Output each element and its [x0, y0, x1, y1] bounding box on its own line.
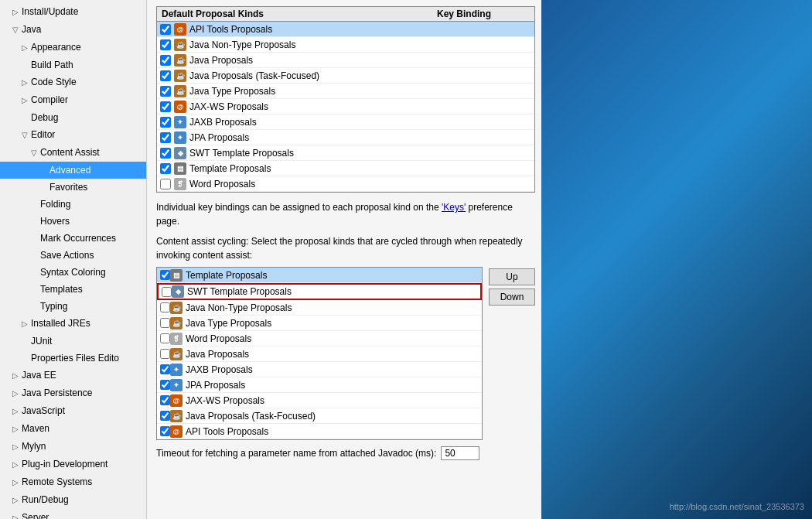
arrow-icon: ▷	[12, 511, 22, 519]
cycling-checkbox[interactable]	[160, 318, 170, 328]
cycling-checkbox[interactable]	[160, 302, 170, 312]
sidebar-item-maven[interactable]: ▷Maven	[0, 420, 146, 438]
cycling-label: JAXB Proposals	[186, 364, 253, 375]
sidebar-item-mark-occurrences[interactable]: Mark Occurrences	[0, 230, 146, 247]
proposal-label: JPA Proposals	[189, 132, 249, 143]
arrow-icon: ▷	[12, 405, 22, 418]
template-icon: ▤	[174, 162, 186, 175]
proposal-label: Java Type Proposals	[189, 86, 275, 97]
proposal-checkbox[interactable]	[160, 70, 171, 81]
arrow-icon: ▽	[12, 23, 22, 37]
timeout-row: Timeout for fetching a parameter name fr…	[156, 446, 532, 460]
sidebar-item-debug[interactable]: Debug	[0, 109, 146, 126]
cycling-row[interactable]: ◈ SWT Template Proposals	[157, 283, 482, 300]
proposal-label: Word Proposals	[189, 179, 255, 190]
sidebar-item-folding[interactable]: Folding	[0, 196, 146, 213]
table-row[interactable]: ◈ SWT Template Proposals	[157, 145, 534, 161]
cycling-row[interactable]: ☕ Java Proposals	[157, 347, 482, 362]
table-row[interactable]: ☕ Java Proposals	[157, 53, 534, 68]
sidebar-item-content-assist[interactable]: ▽Content Assist	[0, 144, 146, 162]
sidebar-item-java[interactable]: ▽Java	[0, 21, 146, 39]
proposal-checkbox[interactable]	[160, 148, 171, 159]
cycling-row[interactable]: ☕ Java Type Proposals	[157, 316, 482, 331]
table-row[interactable]: ✦ JAXB Proposals	[157, 114, 534, 130]
cycling-checkbox[interactable]	[160, 364, 170, 374]
cycling-row[interactable]: @ JAX-WS Proposals	[157, 393, 482, 408]
sidebar-item-syntax-coloring[interactable]: Syntax Coloring	[0, 264, 146, 281]
cycling-buttons: Up Down	[489, 267, 535, 440]
cycling-checkbox[interactable]	[160, 333, 170, 343]
jpa-icon: ✦	[170, 379, 183, 391]
proposal-checkbox[interactable]	[160, 101, 171, 112]
arrow-icon: ▷	[12, 440, 22, 454]
table-row[interactable]: ▤ Template Proposals	[157, 161, 534, 176]
cycling-row[interactable]: ▤ Template Proposals	[157, 268, 482, 283]
table-row[interactable]: ☕ Java Non-Type Proposals	[157, 37, 534, 53]
cycling-label: Content assist cycling: Select the propo…	[156, 234, 532, 262]
down-button[interactable]: Down	[489, 289, 535, 306]
cycling-checkbox[interactable]	[160, 380, 170, 390]
up-button[interactable]: Up	[489, 268, 535, 285]
cycling-row[interactable]: ❡ Word Proposals	[157, 331, 482, 347]
info-text-line1: Individual key bindings can be assigned …	[156, 202, 442, 213]
sidebar-item-install-update[interactable]: ▷Install/Update	[0, 3, 146, 21]
cycling-row[interactable]: @ API Tools Proposals	[157, 424, 482, 439]
cycling-row[interactable]: ☕ Java Non-Type Proposals	[157, 300, 482, 316]
cycling-row[interactable]: ✦ JAXB Proposals	[157, 362, 482, 377]
sidebar-item-code-style[interactable]: ▷Code Style	[0, 73, 146, 91]
table-row[interactable]: ❡ Word Proposals	[157, 176, 534, 192]
cycling-checkbox[interactable]	[160, 349, 170, 359]
proposal-label: Java Proposals	[189, 55, 253, 66]
keys-link[interactable]: 'Keys'	[442, 202, 466, 213]
sidebar-item-plug-in-development[interactable]: ▷Plug-in Development	[0, 456, 146, 473]
sidebar-item-mylyn[interactable]: ▷Mylyn	[0, 438, 146, 456]
cycling-checkbox[interactable]	[160, 411, 170, 421]
cycling-section: Content assist cycling: Select the propo…	[156, 234, 532, 440]
sidebar-item-compiler[interactable]: ▷Compiler	[0, 91, 146, 109]
cycling-checkbox[interactable]	[160, 395, 170, 405]
table-header: Default Proposal Kinds Key Binding	[157, 7, 534, 22]
sidebar-item-typing[interactable]: Typing	[0, 298, 146, 315]
sidebar-item-templates[interactable]: Templates	[0, 281, 146, 298]
cycling-row[interactable]: ✦ JPA Proposals	[157, 377, 482, 393]
sidebar-item-installed-jres[interactable]: ▷Installed JREs	[0, 315, 146, 333]
sidebar-item-hovers[interactable]: Hovers	[0, 213, 146, 230]
table-row[interactable]: ☕ Java Type Proposals	[157, 84, 534, 99]
swt-icon: ◈	[174, 147, 186, 159]
sidebar-item-favorites[interactable]: Favorites	[0, 179, 146, 196]
proposal-checkbox[interactable]	[160, 39, 171, 50]
sidebar-item-appearance[interactable]: ▷Appearance	[0, 39, 146, 56]
cycling-checkbox[interactable]	[162, 287, 172, 297]
jaxb-icon: ✦	[174, 116, 186, 128]
proposal-label: API Tools Proposals	[189, 24, 272, 35]
sidebar-item-java-ee[interactable]: ▷Java EE	[0, 367, 146, 384]
cycling-checkbox[interactable]	[160, 426, 170, 436]
cycling-checkbox[interactable]	[160, 270, 170, 280]
proposal-checkbox[interactable]	[160, 55, 171, 66]
proposal-checkbox[interactable]	[160, 117, 171, 128]
sidebar-item-properties-files-editor[interactable]: Properties Files Edito	[0, 350, 146, 367]
proposal-checkbox[interactable]	[160, 132, 171, 143]
sidebar-item-server[interactable]: ▷Server	[0, 509, 146, 519]
sidebar-item-run-debug[interactable]: ▷Run/Debug	[0, 491, 146, 509]
proposal-checkbox[interactable]	[160, 163, 171, 174]
sidebar-item-java-persistence[interactable]: ▷Java Persistence	[0, 384, 146, 402]
table-row[interactable]: ☕ Java Proposals (Task-Focused)	[157, 68, 534, 84]
cycling-label: JAX-WS Proposals	[186, 395, 264, 406]
timeout-input[interactable]	[441, 446, 479, 460]
sidebar-item-editor[interactable]: ▽Editor	[0, 126, 146, 144]
sidebar-item-junit[interactable]: JUnit	[0, 333, 146, 350]
proposal-checkbox[interactable]	[160, 179, 171, 190]
table-row[interactable]: @ JAX-WS Proposals	[157, 99, 534, 114]
sidebar-item-advanced[interactable]: Advanced	[0, 162, 146, 179]
proposal-checkbox[interactable]	[160, 24, 171, 35]
proposal-checkbox[interactable]	[160, 86, 171, 97]
table-row[interactable]: @ API Tools Proposals	[157, 22, 534, 37]
proposal-label: Java Proposals (Task-Focused)	[189, 70, 319, 81]
sidebar-item-build-path[interactable]: Build Path	[0, 56, 146, 73]
sidebar-item-save-actions[interactable]: Save Actions	[0, 247, 146, 264]
table-row[interactable]: ✦ JPA Proposals	[157, 130, 534, 145]
sidebar-item-javascript[interactable]: ▷JavaScript	[0, 402, 146, 420]
sidebar-item-remote-systems[interactable]: ▷Remote Systems	[0, 473, 146, 491]
cycling-row[interactable]: ☕ Java Proposals (Task-Focused)	[157, 408, 482, 424]
